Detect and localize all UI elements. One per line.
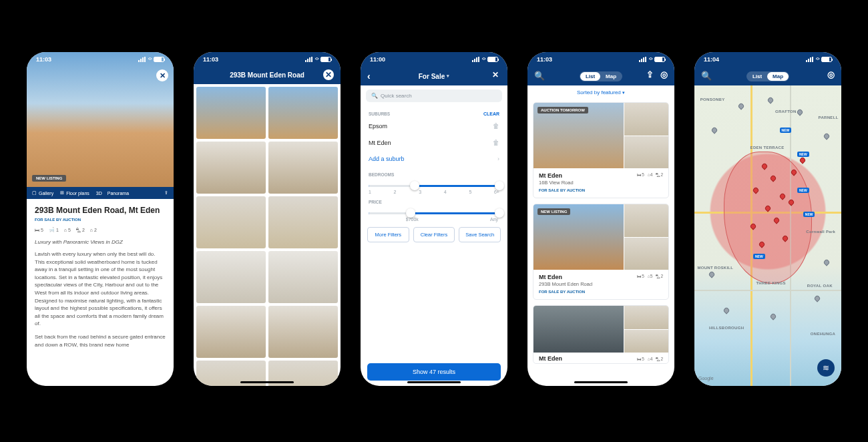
toggle-map[interactable]: Map xyxy=(600,72,622,81)
show-results-button[interactable]: Show 47 results xyxy=(367,363,501,381)
toggle-map[interactable]: Map xyxy=(767,72,789,81)
gallery-tile[interactable] xyxy=(196,196,266,248)
status-bar: 11:03 ⌔ xyxy=(527,52,674,67)
listing-images[interactable]: NEW LISTING xyxy=(533,204,668,270)
other-pin[interactable] xyxy=(796,108,803,116)
listing-images[interactable]: AUCTION TOMORROW xyxy=(533,103,668,168)
status-icons: ⌔ xyxy=(138,56,164,63)
sort-button[interactable]: Sorted by featured ▾ xyxy=(527,85,674,99)
gallery-button[interactable]: ▢Gallery xyxy=(32,190,53,196)
clear-suburbs[interactable]: CLEAR xyxy=(483,112,499,116)
gallery-tile[interactable] xyxy=(268,306,338,358)
gallery-tile[interactable] xyxy=(196,142,266,194)
gallery-tile[interactable] xyxy=(268,251,338,303)
other-pin[interactable] xyxy=(823,132,830,140)
more-filters-button[interactable]: More Filters xyxy=(367,227,409,242)
search-icon[interactable]: 🔍 xyxy=(534,71,545,81)
listing-images[interactable] xyxy=(533,306,668,353)
profile-icon[interactable]: ◎ xyxy=(827,69,835,79)
gallery-tile[interactable] xyxy=(268,87,338,139)
signal-icon xyxy=(472,57,480,62)
listing-card[interactable]: NEW LISTING 🛏5 ⌂5 ⛍2 Mt Eden 293B Mount … xyxy=(533,204,669,300)
other-pin[interactable] xyxy=(708,270,715,278)
screen-results-list: 11:03 ⌔ 🔍 List Map ⇪ ◎ Sorted by feature… xyxy=(527,52,674,386)
gallery-tile[interactable] xyxy=(196,251,266,303)
mini-specs: 🛏5 ⌂4 ⛍2 xyxy=(637,357,663,361)
screen-listing-detail: 11:03 ⌔ ✕ NEW LISTING ▢Gallery ⊞Floor pl… xyxy=(27,52,174,386)
delete-icon[interactable]: 🗑 xyxy=(493,139,499,146)
gallery-tile[interactable] xyxy=(268,142,338,194)
share-icon[interactable]: ⇪ xyxy=(646,69,654,79)
gallery-title: 293B Mount Eden Road xyxy=(230,71,304,79)
hero-image[interactable]: ✕ NEW LISTING xyxy=(27,52,174,187)
profile-icon[interactable]: ◎ xyxy=(660,69,668,79)
list-map-toggle[interactable]: List Map xyxy=(746,71,789,81)
search-icon[interactable]: 🔍 xyxy=(701,71,712,81)
map-label: PARNELL xyxy=(819,116,839,120)
back-button[interactable]: ‹ xyxy=(367,71,371,81)
chevron-down-icon[interactable]: ▾ xyxy=(447,73,449,79)
close-button[interactable]: ✕ xyxy=(323,69,334,80)
clear-filters-button[interactable]: Clear Filters xyxy=(413,227,455,242)
share-button[interactable]: ⇪ xyxy=(164,190,168,196)
status-bar: 11:00 ⌔ xyxy=(361,52,507,67)
add-suburb-button[interactable]: Add a suburb › xyxy=(361,151,507,167)
map-layers-button[interactable]: ≋ xyxy=(817,359,835,377)
other-pin[interactable] xyxy=(814,294,821,302)
delete-icon[interactable]: 🗑 xyxy=(493,122,499,130)
listing-body: 293B Mount Eden Road, Mt Eden FOR SALE B… xyxy=(27,199,174,361)
listing-meta: 🛏5 ⌂4 ⛍2 Mt Eden 16B View Road FOR SALE … xyxy=(533,168,668,198)
listing-card[interactable]: AUCTION TOMORROW 🛏5 ⌂4 ⛍2 Mt Eden 16B Vi… xyxy=(533,102,669,198)
other-pin[interactable] xyxy=(767,96,774,103)
new-tag[interactable]: NEW xyxy=(797,152,809,157)
spec-row: 🛏5 🛁1 ⌂5 ⛍2 ⌂2 xyxy=(35,227,166,232)
new-tag[interactable]: NEW xyxy=(780,128,792,133)
status-icons: ⌔ xyxy=(472,56,498,63)
listing-card[interactable]: 🛏5 ⌂4 ⛍2 Mt Eden xyxy=(533,305,669,364)
bed-icon: 🛏5 xyxy=(637,274,644,278)
close-button[interactable]: ✕ xyxy=(156,69,168,81)
map-label: PONSONBY xyxy=(700,97,725,101)
close-button[interactable]: ✕ xyxy=(490,69,501,80)
slider-knob-max[interactable] xyxy=(495,208,504,218)
other-pin[interactable] xyxy=(711,126,718,134)
toggle-list[interactable]: List xyxy=(747,72,767,81)
filters-body: 🔍 Quick search SUBURBS CLEAR Epsom 🗑 Mt … xyxy=(361,85,507,386)
slider-knob-max[interactable] xyxy=(495,181,504,190)
map-view[interactable]: PONSONBY GRAFTON PARNELL EDEN TERRACE MO… xyxy=(694,85,841,386)
other-pin[interactable] xyxy=(770,312,777,320)
other-pin[interactable] xyxy=(823,258,830,266)
status-time: 11:03 xyxy=(203,56,218,63)
battery-icon xyxy=(320,57,331,62)
floorplans-button[interactable]: ⊞Floor plans xyxy=(60,190,89,196)
listing-pin[interactable] xyxy=(799,156,807,164)
price-slider[interactable]: $700k Any xyxy=(361,206,507,222)
floorplan-icon: ⊞ xyxy=(60,190,64,196)
search-input[interactable]: 🔍 Quick search xyxy=(366,89,502,102)
signal-icon xyxy=(305,57,313,62)
gallery-tile[interactable] xyxy=(268,196,338,248)
slider-knob-min[interactable] xyxy=(406,208,415,218)
gallery-grid[interactable] xyxy=(194,84,341,387)
list-map-toggle[interactable]: List Map xyxy=(580,71,622,81)
toggle-list[interactable]: List xyxy=(580,72,600,81)
gallery-tile[interactable] xyxy=(196,306,266,358)
other-pin[interactable] xyxy=(722,306,730,314)
gallery-tile[interactable] xyxy=(196,87,266,139)
spec-bed: 🛏5 xyxy=(35,227,43,232)
bed-icon: 🛏 xyxy=(35,228,39,232)
car-icon: ⛍ xyxy=(76,228,81,232)
new-tag[interactable]: NEW xyxy=(803,212,815,217)
slider-knob-min[interactable] xyxy=(410,181,419,190)
bedrooms-section-label: BEDROOMS xyxy=(361,167,507,178)
other-pin[interactable] xyxy=(737,102,744,109)
floorplans-label: Floor plans xyxy=(66,191,89,196)
bedrooms-slider[interactable]: 1 2 3 4 5 6+ xyxy=(361,178,507,194)
panorama-button[interactable]: 3D Panorama xyxy=(96,191,129,196)
panorama-3d: 3D xyxy=(96,191,102,196)
save-search-button[interactable]: Save Search xyxy=(459,227,501,242)
new-tag[interactable]: NEW xyxy=(797,188,809,193)
new-tag[interactable]: NEW xyxy=(753,254,765,259)
header-right-icons: ◎ xyxy=(827,69,835,79)
status-bar: 11:04 ⌔ xyxy=(694,52,841,67)
